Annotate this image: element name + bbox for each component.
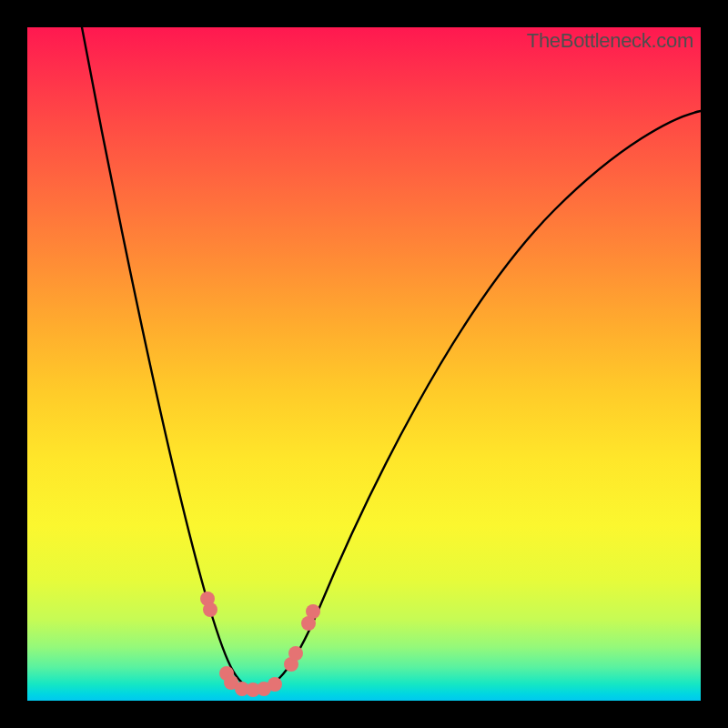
marker-dot [257, 682, 271, 696]
marker-dot [219, 666, 234, 681]
marker-dot [301, 616, 316, 631]
chart-svg [27, 27, 701, 701]
marker-dot [224, 675, 238, 690]
marker-dot [235, 682, 249, 696]
marker-group [200, 592, 320, 697]
marker-dot [203, 602, 217, 617]
bottleneck-curve-path [82, 27, 701, 689]
marker-dot [288, 646, 303, 661]
marker-dot [306, 604, 320, 619]
marker-dot [284, 657, 298, 672]
marker-dot [200, 592, 215, 606]
watermark-text: TheBottleneck.com [527, 29, 693, 53]
marker-dot [246, 682, 260, 697]
chart-plot-area: TheBottleneck.com [27, 27, 701, 701]
marker-dot [268, 677, 282, 692]
